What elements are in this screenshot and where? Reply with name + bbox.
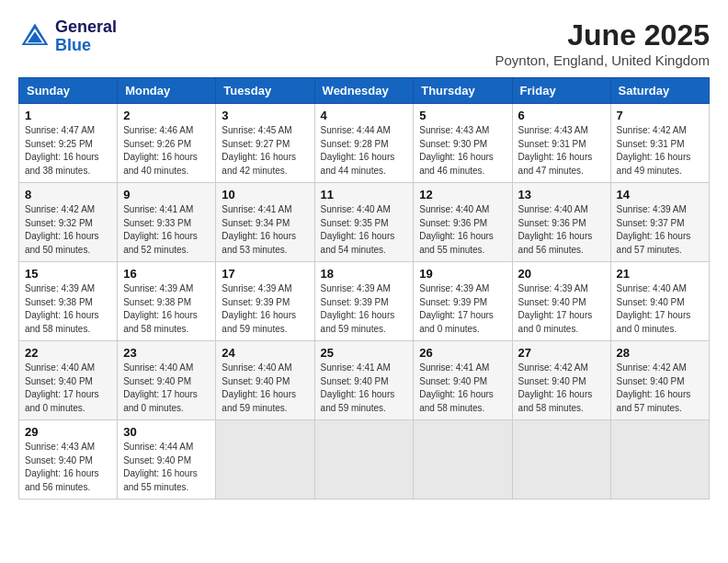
day-info: Sunrise: 4:44 AMSunset: 9:40 PMDaylight:… [123,442,198,492]
day-number: 24 [222,346,308,360]
day-cell-11: 11 Sunrise: 4:40 AMSunset: 9:35 PMDaylig… [314,183,414,262]
day-info: Sunrise: 4:47 AMSunset: 9:25 PMDaylight:… [25,125,99,176]
day-number: 29 [25,425,111,439]
day-info: Sunrise: 4:40 AMSunset: 9:36 PMDaylight:… [518,204,593,255]
day-info: Sunrise: 4:42 AMSunset: 9:40 PMDaylight:… [617,362,691,413]
day-number: 25 [321,346,408,360]
day-cell-4: 4 Sunrise: 4:44 AMSunset: 9:28 PMDayligh… [314,104,414,183]
page: General Blue June 2025 Poynton, England,… [0,0,728,509]
day-number: 30 [123,425,210,439]
day-number: 22 [25,346,111,360]
day-info: Sunrise: 4:39 AMSunset: 9:37 PMDaylight:… [617,204,691,255]
day-number: 23 [123,346,210,360]
title-block: June 2025 Poynton, England, United Kingd… [495,18,711,68]
day-info: Sunrise: 4:39 AMSunset: 9:40 PMDaylight:… [518,283,593,334]
day-info: Sunrise: 4:39 AMSunset: 9:39 PMDaylight:… [321,283,395,334]
day-number: 12 [419,188,506,201]
day-number: 11 [321,188,408,201]
day-number: 28 [617,346,703,360]
day-info: Sunrise: 4:43 AMSunset: 9:30 PMDaylight:… [419,125,494,176]
header: General Blue June 2025 Poynton, England,… [18,18,710,68]
day-cell-18: 18 Sunrise: 4:39 AMSunset: 9:39 PMDaylig… [314,262,414,341]
day-cell-13: 13 Sunrise: 4:40 AMSunset: 9:36 PMDaylig… [512,183,610,262]
logo-text: General Blue [55,18,117,55]
day-number: 10 [222,188,308,201]
col-monday: Monday [118,78,216,104]
day-info: Sunrise: 4:40 AMSunset: 9:40 PMDaylight:… [617,283,691,334]
day-cell-10: 10 Sunrise: 4:41 AMSunset: 9:34 PMDaylig… [216,183,314,262]
day-number: 19 [419,267,506,281]
day-cell-25: 25 Sunrise: 4:41 AMSunset: 9:40 PMDaylig… [314,341,414,420]
day-cell-23: 23 Sunrise: 4:40 AMSunset: 9:40 PMDaylig… [118,341,216,420]
logo-line1: General [55,18,117,37]
day-cell-16: 16 Sunrise: 4:39 AMSunset: 9:38 PMDaylig… [118,262,216,341]
day-cell-15: 15 Sunrise: 4:39 AMSunset: 9:38 PMDaylig… [19,262,118,341]
day-info: Sunrise: 4:42 AMSunset: 9:32 PMDaylight:… [25,204,99,255]
calendar-header-row: Sunday Monday Tuesday Wednesday Thursday… [19,78,710,104]
day-cell-9: 9 Sunrise: 4:41 AMSunset: 9:33 PMDayligh… [118,183,216,262]
logo: General Blue [18,18,117,55]
day-number: 3 [222,109,308,122]
day-number: 21 [617,267,703,281]
day-number: 5 [419,109,506,122]
day-cell-14: 14 Sunrise: 4:39 AMSunset: 9:37 PMDaylig… [610,183,709,262]
day-info: Sunrise: 4:43 AMSunset: 9:31 PMDaylight:… [518,125,593,176]
col-thursday: Thursday [414,78,512,104]
day-info: Sunrise: 4:39 AMSunset: 9:38 PMDaylight:… [123,283,198,334]
day-cell-7: 7 Sunrise: 4:42 AMSunset: 9:31 PMDayligh… [610,104,709,183]
day-cell-5: 5 Sunrise: 4:43 AMSunset: 9:30 PMDayligh… [414,104,512,183]
day-info: Sunrise: 4:40 AMSunset: 9:35 PMDaylight:… [321,204,395,255]
day-cell-29: 29 Sunrise: 4:43 AMSunset: 9:40 PMDaylig… [19,420,118,500]
day-cell-22: 22 Sunrise: 4:40 AMSunset: 9:40 PMDaylig… [19,341,118,420]
day-number: 14 [617,188,703,201]
day-number: 1 [25,109,111,122]
empty-cell [314,420,414,500]
day-cell-3: 3 Sunrise: 4:45 AMSunset: 9:27 PMDayligh… [216,104,314,183]
col-wednesday: Wednesday [314,78,414,104]
calendar-row-1: 1 Sunrise: 4:47 AMSunset: 9:25 PMDayligh… [19,104,710,183]
day-info: Sunrise: 4:40 AMSunset: 9:36 PMDaylight:… [419,204,494,255]
day-cell-17: 17 Sunrise: 4:39 AMSunset: 9:39 PMDaylig… [216,262,314,341]
day-info: Sunrise: 4:41 AMSunset: 9:40 PMDaylight:… [419,362,494,413]
calendar-row-4: 22 Sunrise: 4:40 AMSunset: 9:40 PMDaylig… [19,341,710,420]
day-info: Sunrise: 4:39 AMSunset: 9:39 PMDaylight:… [419,283,494,334]
day-cell-24: 24 Sunrise: 4:40 AMSunset: 9:40 PMDaylig… [216,341,314,420]
day-info: Sunrise: 4:40 AMSunset: 9:40 PMDaylight:… [222,362,296,413]
day-number: 17 [222,267,308,281]
logo-line2: Blue [55,37,117,55]
day-info: Sunrise: 4:41 AMSunset: 9:34 PMDaylight:… [222,204,296,255]
day-cell-6: 6 Sunrise: 4:43 AMSunset: 9:31 PMDayligh… [512,104,610,183]
day-cell-19: 19 Sunrise: 4:39 AMSunset: 9:39 PMDaylig… [414,262,512,341]
day-number: 2 [123,109,210,122]
col-sunday: Sunday [19,78,118,104]
calendar-row-5: 29 Sunrise: 4:43 AMSunset: 9:40 PMDaylig… [19,420,710,500]
empty-cell [414,420,512,500]
day-info: Sunrise: 4:39 AMSunset: 9:38 PMDaylight:… [25,283,99,334]
empty-cell [216,420,314,500]
day-cell-27: 27 Sunrise: 4:42 AMSunset: 9:40 PMDaylig… [512,341,610,420]
day-cell-12: 12 Sunrise: 4:40 AMSunset: 9:36 PMDaylig… [414,183,512,262]
day-number: 7 [617,109,703,122]
day-number: 26 [419,346,506,360]
day-info: Sunrise: 4:41 AMSunset: 9:33 PMDaylight:… [123,204,198,255]
day-info: Sunrise: 4:43 AMSunset: 9:40 PMDaylight:… [25,442,99,492]
day-cell-20: 20 Sunrise: 4:39 AMSunset: 9:40 PMDaylig… [512,262,610,341]
calendar-row-2: 8 Sunrise: 4:42 AMSunset: 9:32 PMDayligh… [19,183,710,262]
day-number: 9 [123,188,210,201]
page-title: June 2025 [495,18,711,52]
day-number: 13 [518,188,605,201]
day-info: Sunrise: 4:42 AMSunset: 9:40 PMDaylight:… [518,362,593,413]
col-saturday: Saturday [610,78,709,104]
calendar-row-3: 15 Sunrise: 4:39 AMSunset: 9:38 PMDaylig… [19,262,710,341]
day-cell-30: 30 Sunrise: 4:44 AMSunset: 9:40 PMDaylig… [118,420,216,500]
day-info: Sunrise: 4:39 AMSunset: 9:39 PMDaylight:… [222,283,296,334]
day-info: Sunrise: 4:45 AMSunset: 9:27 PMDaylight:… [222,125,296,176]
day-number: 15 [25,267,111,281]
day-number: 4 [321,109,408,122]
day-cell-2: 2 Sunrise: 4:46 AMSunset: 9:26 PMDayligh… [118,104,216,183]
day-cell-21: 21 Sunrise: 4:40 AMSunset: 9:40 PMDaylig… [610,262,709,341]
empty-cell [512,420,610,500]
empty-cell [610,420,709,500]
day-info: Sunrise: 4:46 AMSunset: 9:26 PMDaylight:… [123,125,198,176]
day-info: Sunrise: 4:40 AMSunset: 9:40 PMDaylight:… [25,362,99,413]
